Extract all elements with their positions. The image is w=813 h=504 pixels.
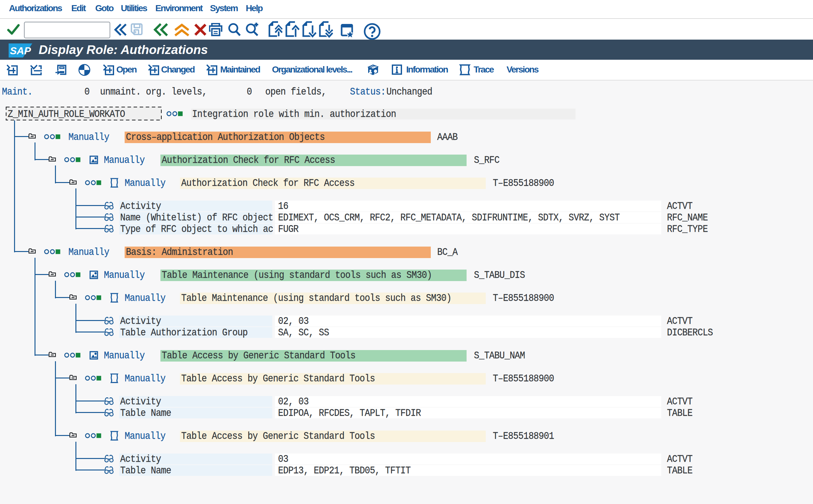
- svg-text:SAP: SAP: [10, 45, 31, 57]
